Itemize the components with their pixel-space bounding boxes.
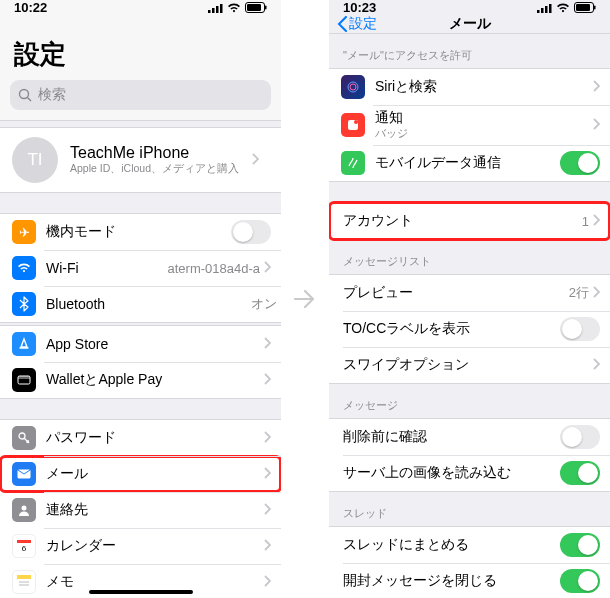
airplane-mode-row[interactable]: ✈ 機内モード xyxy=(0,214,281,250)
svg-rect-6 xyxy=(265,6,267,10)
airplane-label: 機内モード xyxy=(46,223,231,241)
flow-arrow xyxy=(281,0,329,598)
collapse-read-label: 開封メッセージを閉じる xyxy=(343,572,560,590)
appstore-row[interactable]: App Store xyxy=(0,326,281,362)
search-input[interactable]: 検索 xyxy=(10,80,271,110)
collapse-read-row[interactable]: 開封メッセージを閉じる xyxy=(329,563,610,598)
cellular-toggle[interactable] xyxy=(560,151,600,175)
page-title: 設定 xyxy=(0,15,281,80)
chevron-right-icon xyxy=(264,261,271,276)
swipe-label: スワイプオプション xyxy=(343,356,593,374)
chevron-right-icon xyxy=(264,575,271,590)
notifications-row[interactable]: 通知 バッジ xyxy=(329,105,610,145)
svg-rect-0 xyxy=(208,10,211,13)
status-time: 10:22 xyxy=(14,0,47,15)
mail-row[interactable]: メール xyxy=(0,456,281,492)
home-indicator[interactable] xyxy=(89,590,193,594)
confirm-delete-row[interactable]: 削除前に確認 xyxy=(329,419,610,455)
svg-rect-30 xyxy=(576,4,590,11)
airplane-toggle[interactable] xyxy=(231,220,271,244)
wallet-row[interactable]: WalletとApple Pay xyxy=(0,362,281,398)
chevron-right-icon xyxy=(593,286,600,301)
thread-organize-toggle[interactable] xyxy=(560,533,600,557)
preview-detail: 2行 xyxy=(569,284,589,302)
contacts-label: 連絡先 xyxy=(46,501,264,519)
chevron-right-icon xyxy=(593,358,600,373)
wallet-label: WalletとApple Pay xyxy=(46,371,264,389)
siri-row[interactable]: Siriと検索 xyxy=(329,69,610,105)
collapse-read-toggle[interactable] xyxy=(560,569,600,593)
svg-rect-5 xyxy=(247,4,261,11)
cellular-icon xyxy=(208,3,223,13)
chevron-right-icon xyxy=(264,503,271,518)
profile-sub: Apple ID、iCloud、メディアと購入 xyxy=(70,162,252,176)
tocc-label: TO/CCラベルを表示 xyxy=(343,320,560,338)
svg-rect-16 xyxy=(17,575,31,579)
bluetooth-icon xyxy=(12,292,36,316)
svg-rect-28 xyxy=(549,4,552,13)
svg-point-35 xyxy=(354,120,358,124)
battery-icon xyxy=(245,2,267,13)
mail-label: メール xyxy=(46,465,264,483)
accounts-detail: 1 xyxy=(582,214,589,229)
svg-rect-1 xyxy=(212,8,215,13)
load-remote-row[interactable]: サーバ上の画像を読み込む xyxy=(329,455,610,491)
back-label: 設定 xyxy=(349,15,377,33)
bluetooth-label: Bluetooth xyxy=(46,296,251,312)
key-icon xyxy=(12,426,36,450)
svg-rect-26 xyxy=(541,8,544,13)
wallet-icon xyxy=(12,368,36,392)
battery-icon xyxy=(574,2,596,13)
wifi-row[interactable]: Wi-Fi aterm-018a4d-a xyxy=(0,250,281,286)
cellular-row[interactable]: モバイルデータ通信 xyxy=(329,145,610,181)
notifications-label: 通知 xyxy=(375,109,593,127)
wifi-label: Wi-Fi xyxy=(46,260,168,276)
group-header-access: "メール"にアクセスを許可 xyxy=(329,34,610,68)
calendar-row[interactable]: 6 カレンダー xyxy=(0,528,281,564)
svg-text:6: 6 xyxy=(22,544,27,553)
load-remote-label: サーバ上の画像を読み込む xyxy=(343,464,560,482)
confirm-delete-toggle[interactable] xyxy=(560,425,600,449)
chevron-right-icon xyxy=(264,467,271,482)
wifi-icon xyxy=(227,3,241,13)
status-icons xyxy=(208,2,267,13)
contacts-row[interactable]: 連絡先 xyxy=(0,492,281,528)
tocc-row[interactable]: TO/CCラベルを表示 xyxy=(329,311,610,347)
status-time: 10:23 xyxy=(343,0,376,15)
passwords-row[interactable]: パスワード xyxy=(0,420,281,456)
mail-settings-screen: 10:23 設定 メール "メール"にアクセスを許可 Siriと検索 xyxy=(329,0,610,598)
notifications-sub: バッジ xyxy=(375,127,593,141)
accounts-row[interactable]: アカウント 1 xyxy=(329,203,610,239)
status-bar: 10:23 xyxy=(329,0,610,15)
preview-row[interactable]: プレビュー 2行 xyxy=(329,275,610,311)
notes-label: メモ xyxy=(46,573,264,591)
bluetooth-row[interactable]: Bluetooth オン xyxy=(0,286,281,322)
chevron-left-icon xyxy=(337,16,347,32)
avatar: TI xyxy=(12,137,58,183)
accounts-label: アカウント xyxy=(343,212,582,230)
status-icons xyxy=(537,2,596,13)
group-header-list: メッセージリスト xyxy=(329,240,610,274)
swipe-row[interactable]: スワイプオプション xyxy=(329,347,610,383)
preview-label: プレビュー xyxy=(343,284,569,302)
tocc-toggle[interactable] xyxy=(560,317,600,341)
siri-icon xyxy=(341,75,365,99)
apple-id-row[interactable]: TI TeachMe iPhone Apple ID、iCloud、メディアと購… xyxy=(0,127,281,193)
thread-organize-row[interactable]: スレッドにまとめる xyxy=(329,527,610,563)
svg-rect-3 xyxy=(220,4,223,13)
nav-bar: 設定 メール xyxy=(329,15,610,34)
svg-point-7 xyxy=(20,90,29,99)
svg-point-33 xyxy=(350,84,356,90)
group-header-thread: スレッド xyxy=(329,492,610,526)
notifications-icon xyxy=(341,113,365,137)
group-header-msg: メッセージ xyxy=(329,384,610,418)
chevron-right-icon xyxy=(264,539,271,554)
passwords-label: パスワード xyxy=(46,429,264,447)
svg-point-13 xyxy=(22,506,27,511)
cellular-data-icon xyxy=(341,151,365,175)
arrow-right-icon xyxy=(289,283,321,315)
load-remote-toggle[interactable] xyxy=(560,461,600,485)
chevron-right-icon xyxy=(593,80,600,95)
svg-rect-27 xyxy=(545,6,548,13)
back-button[interactable]: 設定 xyxy=(337,15,377,33)
